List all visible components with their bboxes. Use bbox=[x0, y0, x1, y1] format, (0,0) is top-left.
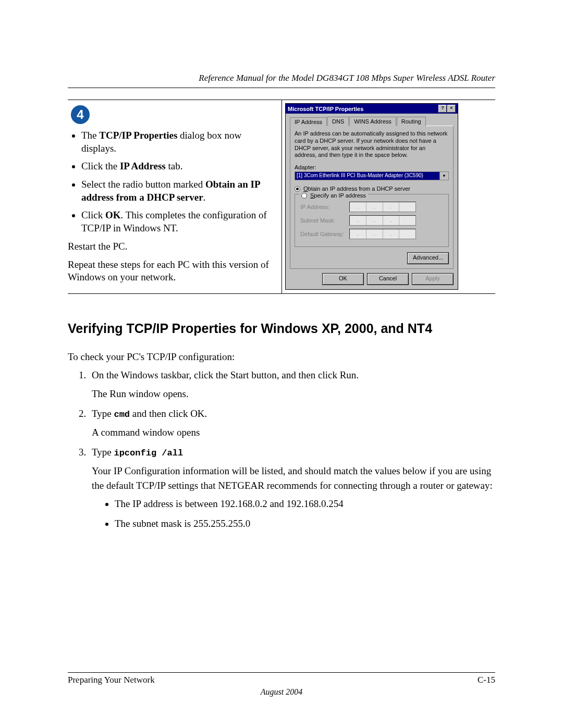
section-heading: Verifying TCP/IP Properties for Windows … bbox=[68, 321, 495, 336]
radio-icon bbox=[295, 186, 300, 192]
tab-dns[interactable]: DNS bbox=[327, 117, 349, 126]
result-sublist: The IP address is between 192.168.0.2 an… bbox=[92, 497, 495, 530]
step-bullet: Click OK. This completes the configurati… bbox=[81, 209, 278, 235]
footer-right: C-15 bbox=[478, 675, 495, 685]
result-subitem: The IP address is between 192.168.0.2 an… bbox=[115, 497, 495, 511]
ip-input[interactable]: ... bbox=[349, 202, 416, 212]
advanced-button[interactable]: Advanced... bbox=[407, 252, 449, 264]
chevron-down-icon[interactable]: ▼ bbox=[439, 172, 448, 180]
step-instructions: 4 The TCP/IP Properties dialog box now d… bbox=[68, 100, 282, 293]
dialog-titlebar: Microsoft TCP/IP Properties ? × bbox=[286, 104, 458, 114]
footer-date: August 2004 bbox=[68, 687, 495, 697]
ip-mode-radio-group: Obtain an IP address from a DHCP server … bbox=[295, 186, 449, 247]
tcpip-properties-dialog: Microsoft TCP/IP Properties ? × IP Addre… bbox=[285, 103, 458, 290]
specify-ip-groupbox: Specify an IP address IP Address: ... Su… bbox=[295, 194, 449, 247]
ip-address-field: IP Address: ... bbox=[300, 202, 443, 212]
apply-button[interactable]: Apply bbox=[412, 273, 454, 285]
step-screenshot: Microsoft TCP/IP Properties ? × IP Addre… bbox=[282, 100, 495, 293]
tab-routing[interactable]: Routing bbox=[397, 117, 426, 126]
page-footer: Preparing Your Network C-15 bbox=[68, 675, 495, 685]
ip-input[interactable]: ... bbox=[349, 215, 416, 226]
intro-paragraph: To check your PC's TCP/IP configuration: bbox=[68, 350, 495, 364]
tab-panel-ip-address: An IP address can be automatically assig… bbox=[290, 126, 454, 269]
step-bullet: Select the radio button marked Obtain an… bbox=[81, 178, 278, 204]
dialog-note: An IP address can be automatically assig… bbox=[295, 130, 449, 159]
adapter-select[interactable]: [1] 3Com Etherlink III PCI Bus-Master Ad… bbox=[295, 171, 449, 180]
result-subitem: The subnet mask is 255.255.255.0 bbox=[115, 516, 495, 531]
step-item: On the Windows taskbar, click the Start … bbox=[89, 368, 495, 401]
step-row: 4 The TCP/IP Properties dialog box now d… bbox=[68, 100, 495, 294]
step-paragraph: Restart the PC. bbox=[68, 240, 278, 253]
running-header: Reference Manual for the Model DG834GT 1… bbox=[68, 73, 495, 83]
footer-left: Preparing Your Network bbox=[68, 675, 155, 685]
step-item: Type cmd and then click OK. A command wi… bbox=[89, 406, 495, 440]
dialog-title: Microsoft TCP/IP Properties bbox=[288, 106, 363, 112]
cancel-button[interactable]: Cancel bbox=[367, 273, 409, 285]
radio-icon bbox=[301, 193, 307, 199]
adapter-value: [1] 3Com Etherlink III PCI Bus-Master Ad… bbox=[295, 172, 439, 180]
footer-rule bbox=[68, 672, 495, 673]
step-bullet-list: The TCP/IP Properties dialog box now dis… bbox=[68, 129, 278, 235]
close-icon[interactable]: × bbox=[447, 105, 456, 113]
subnet-mask-field: Subnet Mask: ... bbox=[300, 215, 443, 226]
adapter-label: Adapter: bbox=[295, 164, 449, 170]
step-item: Type ipconfig /all Your IP Configuration… bbox=[89, 445, 495, 531]
radio-specify-ip[interactable]: Specify an IP address bbox=[310, 192, 366, 199]
radio-obtain-dhcp[interactable]: Obtain an IP address from a DHCP server bbox=[295, 186, 449, 192]
step-bullet: Click the IP Address tab. bbox=[81, 160, 278, 173]
dialog-tabs: IP Address DNS WINS Address Routing bbox=[290, 117, 454, 126]
default-gateway-field: Default Gateway: ... bbox=[300, 229, 443, 239]
ip-input[interactable]: ... bbox=[349, 229, 416, 239]
step-number-badge: 4 bbox=[71, 105, 90, 124]
header-rule bbox=[68, 88, 495, 88]
ok-button[interactable]: OK bbox=[322, 273, 364, 285]
verification-steps: On the Windows taskbar, click the Start … bbox=[68, 368, 495, 536]
step-paragraph: Repeat these steps for each PC with this… bbox=[68, 258, 278, 284]
tab-ip-address[interactable]: IP Address bbox=[290, 117, 327, 127]
step-bullet: The TCP/IP Properties dialog box now dis… bbox=[81, 129, 278, 155]
help-icon[interactable]: ? bbox=[438, 105, 447, 113]
tab-wins-address[interactable]: WINS Address bbox=[349, 117, 396, 126]
